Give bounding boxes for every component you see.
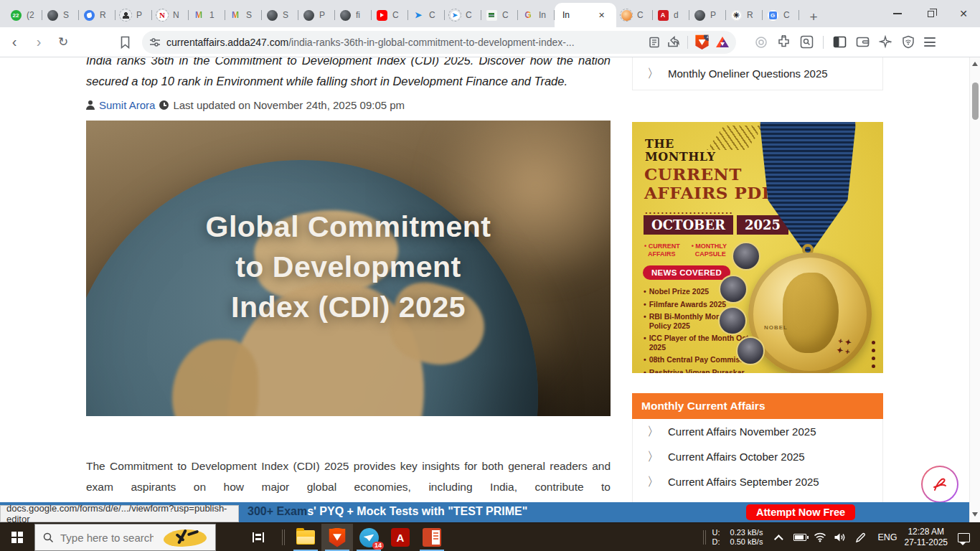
brave-shield-icon[interactable]: 4 [695,34,709,50]
sidebar-link[interactable]: 〉Current Affairs September 2025 [633,469,882,494]
tab-title: C [392,10,399,20]
tab-title: R [100,10,106,20]
back-button[interactable]: ‹ [4,32,24,52]
address-bar[interactable]: currentaffairs.adda247.com/india-ranks-3… [142,31,736,54]
sidebar-item-oneliner[interactable]: 〉 Monthly Oneliner Questions 2025 [632,57,883,90]
sidebar-link[interactable]: 〉Current Affairs October 2025 [633,444,882,469]
reload-button[interactable]: ↻ [53,32,73,52]
tab-title: S [283,10,288,20]
attempt-now-button[interactable]: Attempt Now Free [746,504,855,520]
acrobat-icon [930,475,949,494]
sidebar-toggle-icon[interactable] [833,36,847,48]
chevron-right-icon: 〉 [647,423,659,440]
leo-ai-sparkle-icon[interactable] [879,35,892,49]
tab[interactable]: d [653,4,689,26]
search-input[interactable] [60,532,154,544]
tab[interactable]: C [481,4,518,26]
tab[interactable]: R [79,4,116,26]
tab[interactable]: P [689,4,726,26]
tab[interactable]: In [518,4,555,26]
vpn-shield-icon[interactable] [902,35,915,49]
ad-news-covered-pill: NEWS COVERED [643,265,730,280]
tab[interactable]: C [763,4,799,26]
badge-green-icon: 22 [9,9,22,22]
browser-tab-bar: 22(2SRPN1SSPfiCCCCInIn✕CdPRC + ✕ [0,0,980,27]
sidebar-link-label[interactable]: Current Affairs November 2025 [668,425,816,438]
start-button[interactable] [0,524,34,551]
taskbar-acrobat[interactable]: A [385,524,416,551]
taskbar-brave[interactable] [321,524,353,551]
brave-icon [329,528,346,547]
minimize-button[interactable] [881,0,914,27]
menu-hamburger-icon[interactable] [924,37,936,47]
sidebar-ad-banner[interactable]: THEMONTHLY CURRENTAFFAIRS PDF ..........… [632,122,883,373]
author-link[interactable]: Sumit Arora [99,99,155,111]
sidebar-link-label[interactable]: Monthly Oneliner Questions 2025 [668,67,828,80]
sidebar-link-label[interactable]: Current Affairs September 2025 [668,476,819,488]
tab[interactable]: S [42,4,79,26]
scroll-up-icon[interactable] [972,62,978,66]
tab[interactable]: C [616,4,653,26]
clock-datetime[interactable]: 12:28 AM 27-11-2025 [905,527,948,548]
tab[interactable]: R [726,4,763,26]
ad-kicker: THEMONTHLY [645,138,715,164]
scroll-down-icon[interactable] [972,512,978,517]
site-settings-tune-icon[interactable] [149,37,161,48]
tab-active[interactable]: In✕ [555,3,616,27]
acrobat-icon [656,9,669,22]
url-text[interactable]: currentaffairs.adda247.com/india-ranks-3… [166,37,649,48]
pen-icon[interactable] [852,532,869,543]
taskbar-telegram[interactable]: 14 [353,524,385,551]
tab[interactable]: C [408,4,445,26]
tab-close-icon[interactable]: ✕ [598,11,605,20]
pdf-download-fab[interactable] [921,466,958,503]
sidebar-link[interactable]: 〉Current Affairs November 2025 [633,419,882,444]
wifi-icon[interactable] [811,532,829,542]
tab[interactable]: C [445,4,481,26]
volume-icon[interactable] [831,532,849,542]
close-window-button[interactable]: ✕ [947,0,980,27]
tray-expand-chevron-icon[interactable] [771,534,788,541]
powerpoint-icon [423,528,441,547]
tab[interactable]: C [372,4,408,26]
taskbar-powerpoint[interactable] [416,524,448,551]
nobel-medal-illustration: NOBEL [748,253,872,373]
page-scrollbar[interactable] [969,57,980,522]
task-view-button[interactable] [246,524,270,551]
tab[interactable]: 22(2 [6,4,42,26]
tab-strip: 22(2SRPN1SSPfiCCCCInIn✕CdPRC [0,3,799,27]
search-icon [43,532,54,543]
tab[interactable]: P [116,4,152,26]
brave-rewards-bat-icon[interactable] [716,37,729,47]
tab[interactable]: fi [335,4,372,26]
search-in-page-icon[interactable] [800,35,814,49]
tab[interactable]: 1 [189,4,225,26]
tab[interactable]: P [298,4,335,26]
scrollbar-thumb[interactable] [972,83,979,120]
globe-dark-icon [265,9,278,22]
battery-icon[interactable] [791,534,809,541]
language-indicator[interactable]: ENG [877,532,897,542]
restore-button[interactable] [914,0,947,27]
extension-disc-icon[interactable] [755,36,768,49]
forward-button[interactable]: › [29,32,49,52]
tab[interactable]: S [225,4,262,26]
sidebar-link-label[interactable]: Current Affairs October 2025 [668,451,805,463]
extensions-puzzle-icon[interactable] [777,35,791,49]
tab-title: d [674,10,679,20]
windows-taskbar: 14 A U:0.23 kB/s D:0.50 kB/s ENG 12:28 A… [0,524,980,551]
action-center-icon[interactable] [958,533,970,542]
tab-title: C [429,10,435,20]
tab[interactable]: N [152,4,189,26]
bookmark-icon[interactable] [115,36,135,49]
reader-mode-icon[interactable] [649,37,660,48]
wallet-icon[interactable] [856,36,870,48]
new-tab-button[interactable]: + [804,7,824,27]
taskbar-search[interactable] [34,524,216,551]
system-tray: U:0.23 kB/s D:0.50 kB/s ENG 12:28 AM 27-… [703,524,980,551]
tab-title: P [710,10,716,20]
tab[interactable]: S [262,4,298,26]
hero-image: Global Commitment to Development Index (… [86,121,611,416]
taskbar-file-explorer[interactable] [290,524,321,551]
share-icon[interactable] [667,36,680,48]
